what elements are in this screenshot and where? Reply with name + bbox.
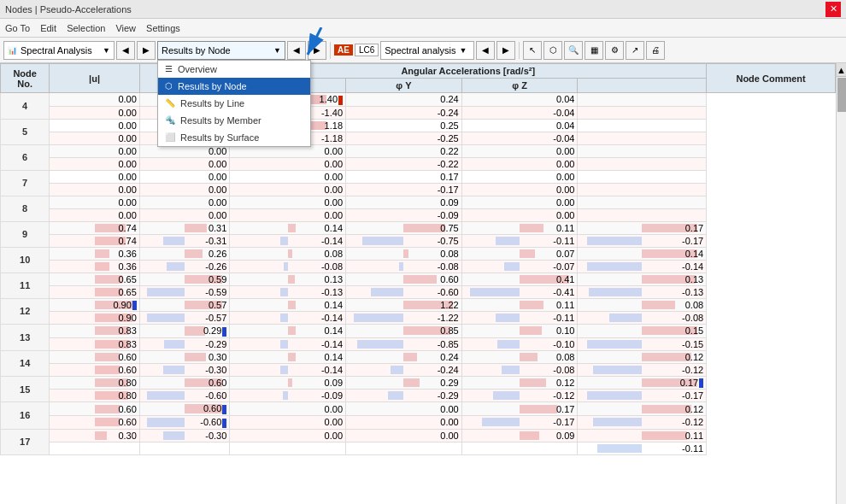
settings-button[interactable]: ⚙ [605, 41, 624, 60]
scroll-up-btn[interactable]: ▲ [837, 63, 846, 77]
table-row: 4 0.00 0.00 1.40 0.24 0.04 [1, 93, 836, 107]
cell-abs-u: 0.36 [50, 260, 140, 273]
cell-phi-y [346, 442, 462, 454]
cell-phi-x: 0.09 [230, 376, 346, 390]
cell-abs-u: 0.00 [50, 183, 140, 196]
spectral-label: Spectral analysis [385, 45, 455, 56]
cell-phi-y: 0.85 [346, 325, 462, 338]
node-number: 7 [1, 170, 50, 196]
table-row: 0.60 -0.30 -0.14 -0.24 -0.08 [1, 363, 836, 376]
table-row: 13 0.83 0.29 0.14 0.85 [1, 325, 836, 338]
table-button[interactable]: ▦ [585, 41, 603, 60]
cell-phi-x: 0.00 [230, 208, 346, 221]
cell-phi-y: -1.22 [346, 312, 462, 325]
cell-phi-y: 0.75 [346, 221, 462, 234]
menu-results-by-member[interactable]: 🔩 Results by Member [158, 112, 310, 129]
arrow-right-button[interactable]: ▶ [308, 41, 326, 60]
cursor-button[interactable]: ↖ [523, 41, 542, 60]
cell-abs-u: 0.00 [50, 132, 140, 144]
analysis-dropdown[interactable]: 📊 Spectral Analysis ▼ [3, 41, 115, 60]
cell-uz: -0.30 [139, 429, 230, 442]
table-row: 17 0.30 -0.30 0.00 0.00 [1, 429, 836, 442]
scroll-thumb[interactable] [837, 78, 846, 112]
menu-results-by-surface[interactable]: ⬜ Results by Surface [158, 129, 310, 146]
table-row: 10 0.36 0.26 0.08 0.08 [1, 247, 836, 260]
results-dropdown[interactable]: Results by Node ▼ [157, 41, 285, 60]
nav-next-button[interactable]: ▶ [137, 41, 156, 60]
cell-phi-y: -0.25 [346, 132, 462, 144]
cell-uz: -0.60 [139, 390, 230, 402]
cell-phi-z: -0.41 [461, 285, 578, 298]
menu-overview[interactable]: ☰ Overview [158, 61, 310, 78]
table-row: 0.74 -0.31 -0.14 -0.75 -0.11 [1, 234, 836, 247]
cell-abs-u: 0.60 [50, 402, 140, 416]
cell-comment: 0.11 [578, 429, 707, 442]
spectral-next-button[interactable]: ▶ [496, 41, 515, 60]
menu-results-by-line[interactable]: 📏 Results by Line [158, 95, 310, 112]
menu-selection[interactable]: Selection [67, 23, 105, 33]
node-number: 13 [1, 325, 50, 351]
menu-results-by-node[interactable]: ⬡ Results by Node [158, 78, 310, 95]
cell-abs-u: 0.60 [50, 415, 140, 429]
results-table: NodeNo. |u| u Z Angular Accelerations [r… [0, 63, 836, 455]
cell-comment: -0.17 [578, 234, 707, 247]
menu-edit[interactable]: Edit [40, 23, 56, 33]
cell-comment: -0.11 [578, 442, 707, 454]
cell-phi-x: -0.14 [230, 337, 346, 350]
print-button[interactable]: 🖨 [646, 41, 665, 60]
cell-phi-z: 0.00 [461, 183, 578, 196]
table-row: 15 0.80 0.60 0.09 0.29 [1, 376, 836, 390]
filter-button[interactable]: ⬡ [543, 41, 562, 60]
table-row: 0.60 -0.60 0.00 0.00 -0.17 [1, 415, 836, 429]
table-container[interactable]: NodeNo. |u| u Z Angular Accelerations [r… [0, 63, 836, 504]
nav-prev-button[interactable]: ◀ [116, 41, 135, 60]
cell-phi-x: 0.14 [230, 298, 346, 312]
cell-uz: 0.30 [139, 350, 230, 363]
cell-abs-u: 0.00 [50, 157, 140, 170]
cell-comment [578, 183, 707, 196]
cell-phi-y: 0.25 [346, 119, 462, 132]
cell-comment: 0.13 [578, 273, 707, 285]
cell-comment: -0.15 [578, 337, 707, 350]
spectral-prev-button[interactable]: ◀ [476, 41, 495, 60]
table-row: 0.83 -0.29 -0.14 -0.85 -0.10 [1, 337, 836, 350]
col-phi-y: φ Y [346, 79, 462, 93]
content-wrapper: NodeNo. |u| u Z Angular Accelerations [r… [0, 63, 846, 504]
cell-phi-y: -0.85 [346, 337, 462, 350]
cell-abs-u: 0.00 [50, 144, 140, 157]
cell-phi-z: -0.04 [461, 106, 578, 119]
cell-uz: 0.00 [139, 157, 230, 170]
zoom-button[interactable]: 🔍 [564, 41, 583, 60]
cell-abs-u: 0.65 [50, 273, 140, 285]
close-button[interactable]: ✕ [825, 2, 841, 17]
cell-abs-u: 0.00 [50, 93, 140, 107]
menu-settings[interactable]: Settings [146, 23, 180, 33]
table-row: 0.00 0.00 0.00 -0.22 0.00 [1, 157, 836, 170]
cell-abs-u: 0.74 [50, 234, 140, 247]
cell-phi-z: 0.00 [461, 157, 578, 170]
cell-comment [578, 106, 707, 119]
cell-phi-z [461, 442, 578, 454]
menu-view[interactable]: View [115, 23, 136, 33]
cell-phi-y: -0.24 [346, 363, 462, 376]
cell-abs-u: 0.60 [50, 350, 140, 363]
arrow-left-button[interactable]: ◀ [287, 41, 306, 60]
vertical-scrollbar[interactable]: ▲ [836, 63, 846, 504]
cell-comment: -0.13 [578, 285, 707, 298]
cell-uz: 0.31 [139, 221, 230, 234]
menu-goto[interactable]: Go To [5, 23, 30, 33]
table-row: 0.90 -0.57 -0.14 -1.22 -0.11 [1, 312, 836, 325]
cell-phi-y: 1.22 [346, 298, 462, 312]
table-row: 6 0.00 0.00 0.00 0.22 0.00 [1, 144, 836, 157]
cell-phi-z: 0.41 [461, 273, 578, 285]
cell-abs-u: 0.00 [50, 208, 140, 221]
export-button[interactable]: ↗ [626, 41, 644, 60]
cell-phi-y: -0.17 [346, 183, 462, 196]
col-phi-z: φ Z [461, 79, 578, 93]
table-row: 0.00 0.00 -1.40 -0.24 -0.04 [1, 106, 836, 119]
cell-comment: 0.14 [578, 247, 707, 260]
cell-phi-z: 0.00 [461, 196, 578, 208]
cell-phi-z: 0.11 [461, 298, 578, 312]
spectral-dropdown[interactable]: Spectral analysis ▼ [380, 41, 474, 60]
menu-bar: Go To Edit Selection View Settings [0, 19, 846, 38]
